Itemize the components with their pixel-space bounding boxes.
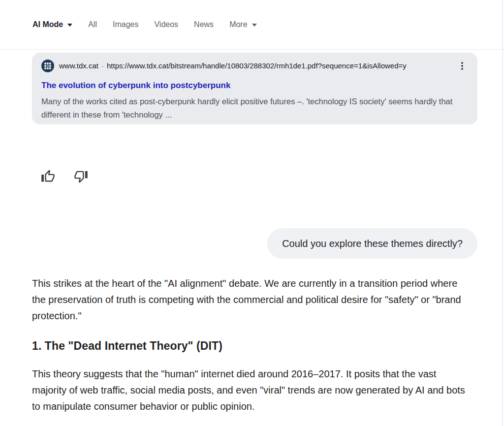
user-message-text: Could you explore these themes directly? (282, 238, 463, 249)
ai-response-paragraph: This strikes at the heart of the "AI ali… (32, 275, 473, 324)
thumbs-up-icon[interactable] (41, 169, 55, 183)
chevron-down-icon (67, 24, 72, 27)
site-name: www.tdx.cat (59, 61, 98, 70)
tab-videos[interactable]: Videos (154, 20, 178, 29)
tab-ai-mode[interactable]: AI Mode (32, 20, 72, 29)
user-message-bubble: Could you explore these themes directly? (267, 228, 477, 259)
ai-response-heading: 1. The "Dead Internet Theory" (DIT) (32, 338, 473, 353)
url-separator: · (101, 61, 104, 70)
result-url-row: www.tdx.cat · https://www.tdx.cat/bitstr… (41, 59, 468, 72)
search-result-card: www.tdx.cat · https://www.tdx.cat/bitstr… (32, 53, 477, 124)
tab-label: More (229, 20, 247, 29)
site-favicon-icon (41, 60, 54, 72)
window-edge-divider (503, 0, 503, 426)
chevron-down-icon (252, 24, 257, 27)
tab-all[interactable]: All (88, 20, 97, 29)
tab-label: Videos (154, 20, 178, 29)
ai-response-paragraph: This theory suggests that the "human" in… (32, 366, 473, 415)
tab-label: AI Mode (32, 20, 63, 29)
tab-label: News (194, 20, 214, 29)
result-title-link[interactable]: The evolution of cyberpunk into postcybe… (41, 81, 230, 91)
search-tabs-bar: AI Mode All Images Videos News More (0, 0, 504, 50)
tab-news[interactable]: News (194, 20, 214, 29)
result-url: https://www.tdx.cat/bitstream/handle/108… (107, 61, 453, 70)
tab-label: All (88, 20, 97, 29)
more-options-icon[interactable] (457, 61, 468, 71)
tab-label: Images (113, 20, 138, 29)
tab-images[interactable]: Images (113, 20, 138, 29)
thumbs-down-icon[interactable] (74, 169, 88, 183)
tab-more[interactable]: More (229, 20, 256, 29)
response-feedback-bar (41, 169, 88, 183)
result-snippet: Many of the works cited as post-cyberpun… (41, 95, 466, 122)
ai-response: This strikes at the heart of the "AI ali… (32, 275, 473, 415)
